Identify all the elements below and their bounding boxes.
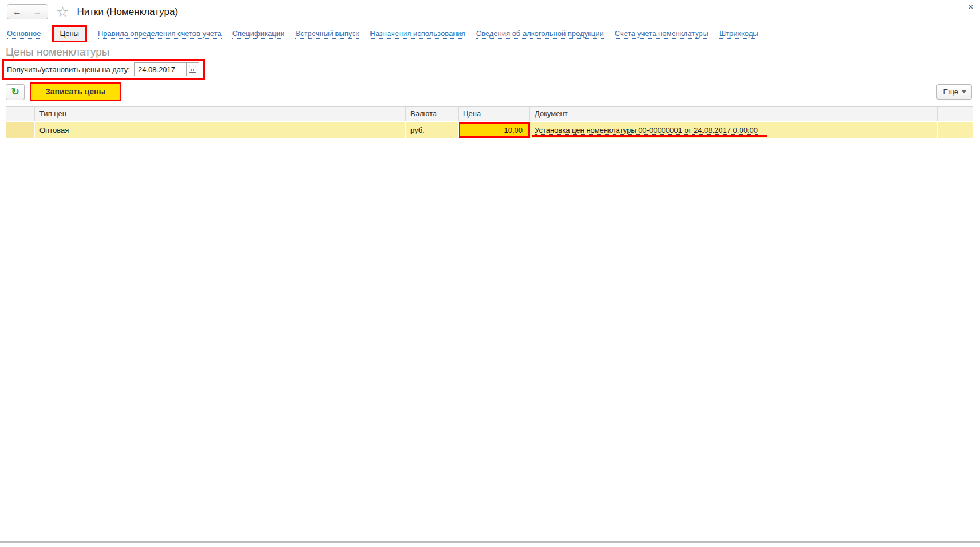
tab-naznacheniya[interactable]: Назначения использования <box>370 29 465 39</box>
toolbar: ↻ Записать цены <box>6 82 121 101</box>
date-field-label: Получить/установить цены на дату: <box>7 65 130 74</box>
calendar-button[interactable] <box>186 63 199 76</box>
back-arrow-icon[interactable]: ← <box>7 5 27 19</box>
table-header-row: Тип цен Валюта Цена Документ <box>6 106 973 121</box>
price-type-cell[interactable]: Оптовая <box>35 122 406 138</box>
refresh-icon: ↻ <box>11 86 19 97</box>
tab-tseny[interactable]: Цены <box>52 25 87 42</box>
page-title: Нитки (Номенклатура) <box>77 6 178 18</box>
date-input-group <box>134 62 199 76</box>
forward-arrow-icon[interactable]: → <box>27 5 48 19</box>
currency-cell[interactable]: руб. <box>406 122 459 138</box>
calendar-icon <box>189 66 196 73</box>
title-bar: ← → ☆ Нитки (Номенклатура) <box>7 4 178 19</box>
tab-pravila-scheta[interactable]: Правила определения счетов учета <box>98 29 222 39</box>
date-input[interactable] <box>135 63 186 76</box>
column-header-price-type[interactable]: Тип цен <box>35 107 406 121</box>
more-button-label: Еще <box>943 88 958 96</box>
document-cell: Установка цен номенклатуры 00-00000001 о… <box>530 122 938 138</box>
section-title: Цены номенклатуры <box>6 46 109 58</box>
chevron-down-icon <box>962 90 966 93</box>
save-prices-button[interactable]: Записать цены <box>30 82 121 101</box>
date-filter-row: Получить/установить цены на дату: <box>2 59 205 80</box>
price-cell[interactable]: 10,00 <box>459 122 530 138</box>
column-header-price[interactable]: Цена <box>459 107 530 121</box>
history-nav: ← → <box>7 4 48 19</box>
row-spacer-cell <box>938 122 973 138</box>
close-icon[interactable]: × <box>966 2 976 11</box>
tab-shtrihkody[interactable]: Штрихкоды <box>719 29 758 39</box>
column-header-currency[interactable]: Валюта <box>406 107 459 121</box>
tab-osnovnoe[interactable]: Основное <box>7 29 41 39</box>
tab-scheta-ucheta[interactable]: Счета учета номенклатуры <box>615 29 708 39</box>
column-header-document[interactable]: Документ <box>530 107 938 121</box>
table-row[interactable]: Оптовая руб. 10,00 Установка цен номенкл… <box>6 122 973 138</box>
tab-bar: Основное Цены Правила определения счетов… <box>7 25 758 42</box>
tab-spetsifikatsii[interactable]: Спецификации <box>232 29 285 39</box>
more-button[interactable]: Еще <box>936 84 972 100</box>
document-link[interactable]: Установка цен номенклатуры 00-00000001 о… <box>535 126 758 135</box>
prices-table: Тип цен Валюта Цена Документ Оптовая руб… <box>6 106 973 541</box>
tab-alkogolnaya-produktsiya[interactable]: Сведения об алкогольной продукции <box>476 29 604 39</box>
row-selector-cell[interactable] <box>6 122 35 138</box>
tab-vstrechnyi-vypusk[interactable]: Встречный выпуск <box>295 29 359 39</box>
bottom-border-bar <box>0 541 980 543</box>
column-header-spacer <box>938 107 973 121</box>
column-header-selector <box>6 107 35 121</box>
refresh-button[interactable]: ↻ <box>6 84 25 100</box>
favorite-star-icon[interactable]: ☆ <box>56 5 69 19</box>
